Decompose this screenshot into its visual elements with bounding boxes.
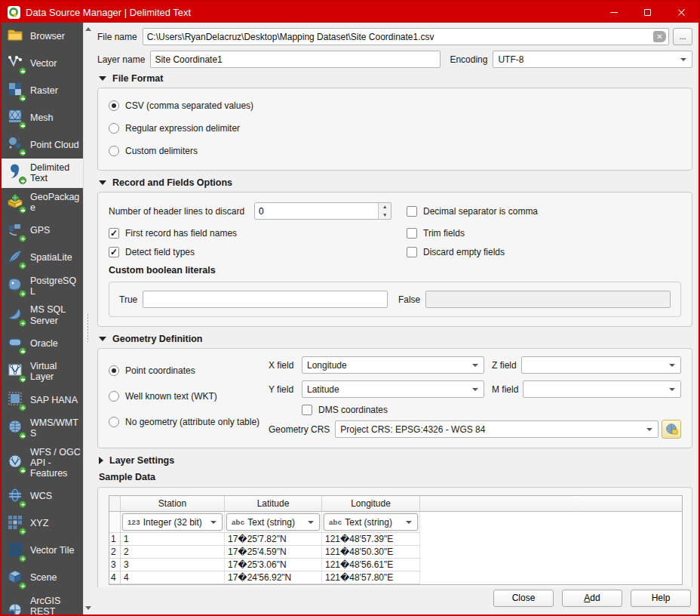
file-format-header[interactable]: File Format bbox=[99, 73, 692, 84]
checkbox-discard-empty[interactable]: Discard empty fields bbox=[407, 247, 681, 257]
plus-badge-icon bbox=[19, 94, 26, 102]
scroll-down-icon[interactable] bbox=[85, 606, 91, 610]
plus-badge-icon bbox=[19, 555, 26, 562]
x-field-select[interactable]: Longitude bbox=[302, 356, 484, 374]
sidebar-item-wms-wmts[interactable]: WMS/WMTS bbox=[2, 414, 83, 443]
geometry-crs-select[interactable]: Project CRS: EPSG:4326 - WGS 84 bbox=[335, 420, 659, 438]
column-header-longitude[interactable]: Longitude bbox=[322, 496, 420, 512]
longitude-type-select[interactable]: abcText (string) bbox=[324, 513, 418, 531]
geometry-definition-header[interactable]: Geometry Definition bbox=[99, 334, 692, 344]
table-cell[interactable]: 17�24'56.92"N bbox=[225, 571, 322, 584]
table-cell[interactable]: 1 bbox=[121, 533, 225, 546]
sidebar-item-wcs[interactable]: WCS bbox=[2, 483, 83, 510]
sidebar-item-vector[interactable]: Vector bbox=[2, 50, 83, 77]
file-name-input[interactable] bbox=[143, 28, 669, 45]
false-literal-input[interactable] bbox=[425, 291, 671, 308]
sidebar-item-spatialite[interactable]: SpatiaLite bbox=[2, 245, 83, 272]
sidebar-item-mesh[interactable]: Mesh bbox=[2, 104, 83, 131]
row-number: 1 bbox=[109, 533, 121, 546]
sidebar-item-vector-tile[interactable]: Vector Tile bbox=[2, 537, 83, 565]
sidebar-item-ms-sql-server[interactable]: MS SQL Server bbox=[2, 300, 83, 330]
wfs-globe-icon bbox=[7, 453, 27, 473]
m-field-select[interactable] bbox=[523, 380, 681, 398]
minimize-button[interactable] bbox=[597, 2, 631, 23]
true-literal-input[interactable] bbox=[143, 291, 388, 308]
radio-no-geometry[interactable]: No geometry (attribute only table) bbox=[109, 417, 269, 427]
window-title: Data Source Manager | Delimited Text bbox=[26, 7, 597, 18]
table-cell[interactable]: 3 bbox=[121, 559, 225, 571]
help-button[interactable]: Help bbox=[631, 590, 691, 607]
layer-settings-header[interactable]: Layer Settings bbox=[99, 455, 692, 466]
z-field-select[interactable] bbox=[521, 356, 681, 374]
sidebar-item-wfs-ogc-api-features[interactable]: WFS / OGC API - Features bbox=[2, 443, 83, 483]
header-lines-spinner[interactable]: ▲ ▼ bbox=[254, 202, 391, 220]
splitter-handle[interactable] bbox=[87, 313, 89, 342]
table-cell[interactable]: 121�48'57.80"E bbox=[322, 571, 420, 584]
spin-up-icon[interactable]: ▲ bbox=[379, 203, 391, 211]
custom-boolean-group: True False bbox=[109, 282, 681, 317]
sidebar-item-virtual-layer[interactable]: Virtual Layer bbox=[2, 357, 83, 387]
table-cell[interactable]: 17�25'7.82"N bbox=[225, 533, 322, 546]
table-cell[interactable]: 121�48'56.61"E bbox=[322, 559, 420, 571]
sap-hana-icon bbox=[7, 390, 27, 410]
close-button[interactable]: Close bbox=[493, 590, 554, 607]
sidebar-item-raster[interactable]: Raster bbox=[2, 77, 83, 104]
table-cell[interactable]: 17�25'3.06"N bbox=[225, 559, 322, 571]
clear-file-icon[interactable]: ✕ bbox=[653, 31, 666, 42]
chevron-down-icon bbox=[308, 521, 314, 524]
data-source-manager-window: Data Source Manager | Delimited Text Bro… bbox=[0, 0, 700, 616]
checkbox-trim-fields[interactable]: Trim fields bbox=[407, 228, 681, 239]
close-window-button[interactable] bbox=[665, 2, 698, 23]
table-cell[interactable]: 121�48'57.39"E bbox=[322, 533, 420, 546]
y-field-select[interactable]: Latitude bbox=[302, 380, 484, 398]
spin-down-icon[interactable]: ▼ bbox=[379, 211, 391, 220]
browse-file-button[interactable]: ... bbox=[673, 28, 692, 45]
sidebar-item-arcgis-rest-server[interactable]: ArcGIS REST Server bbox=[2, 592, 83, 614]
sidebar-item-point-cloud[interactable]: Point Cloud bbox=[2, 131, 83, 159]
checkbox-first-record[interactable]: ✓ First record has field names bbox=[109, 228, 407, 239]
checkbox-decimal-comma[interactable]: Decimal separator is comma bbox=[407, 206, 681, 217]
maximize-button[interactable] bbox=[631, 2, 665, 23]
radio-regex-delimiter[interactable]: Regular expression delimiter bbox=[109, 123, 681, 134]
y-field-label: Y field bbox=[269, 384, 299, 395]
sidebar-item-xyz[interactable]: XYZ bbox=[2, 510, 83, 537]
checkbox-dms-coordinates[interactable]: DMS coordinates bbox=[302, 405, 388, 415]
record-fields-header[interactable]: Record and Fields Options bbox=[99, 177, 692, 188]
sidebar-item-sap-hana[interactable]: SAP HANA bbox=[2, 387, 83, 414]
encoding-label: Encoding bbox=[450, 54, 487, 65]
layer-name-input[interactable] bbox=[150, 51, 441, 68]
panel-scrollbar[interactable] bbox=[83, 23, 93, 614]
table-cell[interactable]: 121�48'50.30"E bbox=[322, 546, 420, 559]
radio-csv[interactable]: CSV (comma separated values) bbox=[109, 100, 681, 111]
radio-wkt[interactable]: Well known text (WKT) bbox=[109, 391, 269, 402]
scroll-up-icon[interactable] bbox=[85, 27, 91, 31]
table-cell[interactable]: 2 bbox=[121, 546, 225, 559]
plus-badge-icon bbox=[19, 206, 26, 214]
latitude-type-select[interactable]: abcText (string) bbox=[226, 513, 320, 531]
chevron-down-icon bbox=[406, 521, 412, 524]
z-field-label: Z field bbox=[492, 360, 517, 371]
sidebar-item-delimited-text[interactable]: Delimited Text bbox=[2, 159, 83, 188]
plus-badge-icon bbox=[19, 235, 26, 242]
sidebar-item-postgresql[interactable]: PostgreSQL bbox=[2, 272, 83, 301]
add-button[interactable]: Add bbox=[562, 590, 622, 607]
column-header-station[interactable]: Station bbox=[121, 496, 225, 512]
table-cell[interactable]: 17�25'4.59"N bbox=[225, 546, 322, 559]
header-lines-input[interactable] bbox=[255, 203, 378, 219]
radio-point-coordinates[interactable]: Point coordinates bbox=[109, 365, 269, 376]
station-type-select[interactable]: 123Integer (32 bit) bbox=[122, 513, 223, 531]
checkbox-detect-types[interactable]: ✓ Detect field types bbox=[109, 247, 407, 257]
sidebar-item-oracle[interactable]: Oracle bbox=[2, 330, 83, 357]
sidebar-item-gps[interactable]: GPS bbox=[2, 217, 83, 245]
radio-custom-delimiters[interactable]: Custom delimiters bbox=[109, 146, 681, 156]
table-cell[interactable]: 4 bbox=[121, 571, 225, 584]
encoding-select[interactable]: UTF-8 bbox=[493, 51, 692, 68]
plus-badge-icon bbox=[19, 404, 26, 411]
sidebar-item-geopackage[interactable]: GeoPackage bbox=[2, 188, 83, 217]
sidebar-item-browser[interactable]: Browser bbox=[2, 23, 83, 50]
select-crs-button[interactable] bbox=[662, 420, 681, 439]
sidebar-item-scene[interactable]: Scene bbox=[2, 565, 83, 592]
column-header-latitude[interactable]: Latitude bbox=[225, 496, 322, 512]
chevron-down-icon bbox=[472, 388, 478, 391]
text-type-icon: abc bbox=[232, 518, 244, 526]
